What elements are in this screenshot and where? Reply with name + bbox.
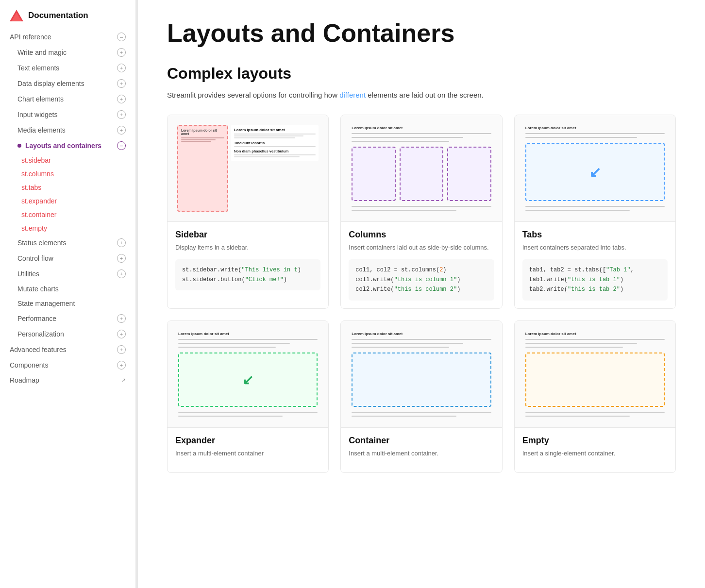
app-title: Documentation	[28, 11, 88, 20]
sidebar-sub-st-container[interactable]: st.container	[0, 208, 135, 221]
sidebar-sub-st-sidebar[interactable]: st.sidebar	[0, 153, 135, 167]
sidebar-item-layouts[interactable]: Layouts and containers –	[0, 138, 135, 153]
card-sidebar-preview: Lorem ipsum dolor sit amet Lorem ipsum d…	[168, 115, 328, 222]
sidebar-sub-st-empty[interactable]: st.empty	[0, 221, 135, 235]
sidebar-sub-st-expander[interactable]: st.expander	[0, 194, 135, 208]
card-columns-code: col1, col2 = st.columns(2) col1.write("t…	[349, 259, 494, 301]
card-columns-desc: Insert containers laid out as side-by-si…	[349, 243, 494, 252]
card-sidebar: Lorem ipsum dolor sit amet Lorem ipsum d…	[167, 115, 329, 309]
card-tabs-code: tab1, tab2 = st.tabs(["Tab 1", tab1.writ…	[522, 259, 668, 301]
performance-expand-icon[interactable]: +	[117, 314, 126, 323]
chart-elements-expand-icon[interactable]: +	[117, 95, 126, 103]
sidebar-item-roadmap[interactable]: Roadmap ↗	[0, 373, 135, 387]
page-title: Layouts and Containers	[167, 19, 676, 47]
components-label: Components	[10, 361, 48, 369]
mutate-charts-label: Mutate charts	[17, 285, 59, 293]
utilities-expand-icon[interactable]: +	[117, 269, 126, 278]
card-container-desc: Insert a multi-element container.	[349, 449, 494, 458]
sidebar-item-chart-elements[interactable]: Chart elements +	[0, 91, 135, 107]
card-expander-desc: Insert a multi-element container	[175, 449, 320, 458]
sidebar-item-components[interactable]: Components +	[0, 357, 135, 373]
sidebar: Documentation API reference – Write and …	[0, 0, 136, 588]
card-container-name[interactable]: Container	[349, 436, 494, 446]
chart-elements-label: Chart elements	[17, 95, 64, 103]
data-display-expand-icon[interactable]: +	[117, 79, 126, 88]
advanced-features-expand-icon[interactable]: +	[117, 345, 126, 354]
personalization-expand-icon[interactable]: +	[117, 330, 126, 338]
card-empty-name[interactable]: Empty	[522, 436, 668, 446]
sidebar-item-write-magic[interactable]: Write and magic +	[0, 45, 135, 60]
section-desc: Streamlit provides several options for c…	[167, 89, 676, 101]
text-elements-expand-icon[interactable]: +	[117, 64, 126, 72]
input-widgets-label: Input widgets	[17, 111, 58, 118]
sidebar-api-reference-label: API reference	[10, 33, 51, 41]
card-tabs: Lorem ipsum dolor sit amet ↙ Tabs Insert…	[514, 115, 676, 309]
sidebar-item-control-flow[interactable]: Control flow +	[0, 251, 135, 266]
media-elements-label: Media elements	[17, 126, 66, 134]
control-flow-label: Control flow	[17, 254, 53, 262]
sidebar-item-data-display[interactable]: Data display elements +	[0, 76, 135, 91]
write-magic-expand-icon[interactable]: +	[117, 48, 126, 57]
card-columns: Lorem ipsum dolor sit amet Columns Inser…	[340, 115, 502, 309]
input-widgets-expand-icon[interactable]: +	[117, 110, 126, 119]
different-link[interactable]: different	[339, 91, 366, 99]
write-magic-label: Write and magic	[17, 49, 67, 56]
state-management-label: State management	[17, 300, 75, 307]
card-columns-name[interactable]: Columns	[349, 230, 494, 240]
card-expander-name[interactable]: Expander	[175, 436, 320, 446]
personalization-label: Personalization	[17, 330, 64, 338]
layouts-collapse-icon[interactable]: –	[117, 141, 126, 150]
sidebar-item-utilities[interactable]: Utilities +	[0, 266, 135, 282]
sidebar-item-text-elements[interactable]: Text elements +	[0, 60, 135, 76]
sidebar-item-advanced-features[interactable]: Advanced features +	[0, 342, 135, 357]
card-expander-preview: Lorem ipsum dolor sit amet ↙	[168, 321, 328, 428]
control-flow-expand-icon[interactable]: +	[117, 254, 126, 263]
status-elements-label: Status elements	[17, 239, 66, 247]
sidebar-item-input-widgets[interactable]: Input widgets +	[0, 107, 135, 122]
logo-icon	[10, 10, 23, 21]
sidebar-sub-st-columns[interactable]: st.columns	[0, 167, 135, 181]
data-display-label: Data display elements	[17, 80, 84, 87]
sidebar-item-media-elements[interactable]: Media elements +	[0, 122, 135, 138]
roadmap-label: Roadmap	[10, 376, 39, 384]
card-empty: Lorem ipsum dolor sit amet Empty Insert …	[514, 320, 676, 473]
section-title: Complex layouts	[167, 65, 676, 83]
sidebar-item-api-reference[interactable]: API reference –	[0, 29, 135, 45]
api-reference-collapse-icon[interactable]: –	[117, 33, 126, 41]
sidebar-sub-st-tabs[interactable]: st.tabs	[0, 181, 135, 194]
main-content: Layouts and Containers Complex layouts S…	[138, 0, 705, 588]
card-sidebar-desc: Display items in a sidebar.	[175, 243, 320, 252]
sidebar-item-mutate-charts[interactable]: Mutate charts	[0, 282, 135, 296]
card-container: Lorem ipsum dolor sit amet Container Ins…	[340, 320, 502, 473]
advanced-features-label: Advanced features	[10, 346, 67, 353]
card-empty-desc: Insert a single-element container.	[522, 449, 668, 458]
card-tabs-name[interactable]: Tabs	[522, 230, 668, 240]
status-elements-expand-icon[interactable]: +	[117, 238, 126, 247]
card-columns-preview: Lorem ipsum dolor sit amet	[341, 115, 502, 222]
text-elements-label: Text elements	[17, 64, 59, 72]
card-container-preview: Lorem ipsum dolor sit amet	[341, 321, 502, 428]
card-expander: Lorem ipsum dolor sit amet ↙ Expander In…	[167, 320, 329, 473]
card-tabs-preview: Lorem ipsum dolor sit amet ↙	[515, 115, 675, 222]
card-sidebar-code: st.sidebar.write("This lives in t) st.si…	[175, 259, 320, 291]
components-expand-icon[interactable]: +	[117, 361, 126, 370]
sidebar-item-status-elements[interactable]: Status elements +	[0, 235, 135, 251]
app-logo: Documentation	[0, 6, 135, 29]
media-elements-expand-icon[interactable]: +	[117, 126, 126, 134]
roadmap-external-icon: ↗	[121, 377, 126, 384]
performance-label: Performance	[17, 315, 56, 322]
card-sidebar-name[interactable]: Sidebar	[175, 230, 320, 240]
sidebar-item-personalization[interactable]: Personalization +	[0, 326, 135, 342]
active-bullet	[17, 144, 21, 148]
card-empty-preview: Lorem ipsum dolor sit amet	[515, 321, 675, 428]
sidebar-item-state-management[interactable]: State management	[0, 296, 135, 311]
utilities-label: Utilities	[17, 270, 39, 278]
card-tabs-desc: Insert containers separated into tabs.	[522, 243, 668, 252]
layouts-containers-label: Layouts and containers	[25, 142, 101, 150]
cards-grid: Lorem ipsum dolor sit amet Lorem ipsum d…	[167, 115, 676, 473]
sidebar-item-performance[interactable]: Performance +	[0, 311, 135, 326]
